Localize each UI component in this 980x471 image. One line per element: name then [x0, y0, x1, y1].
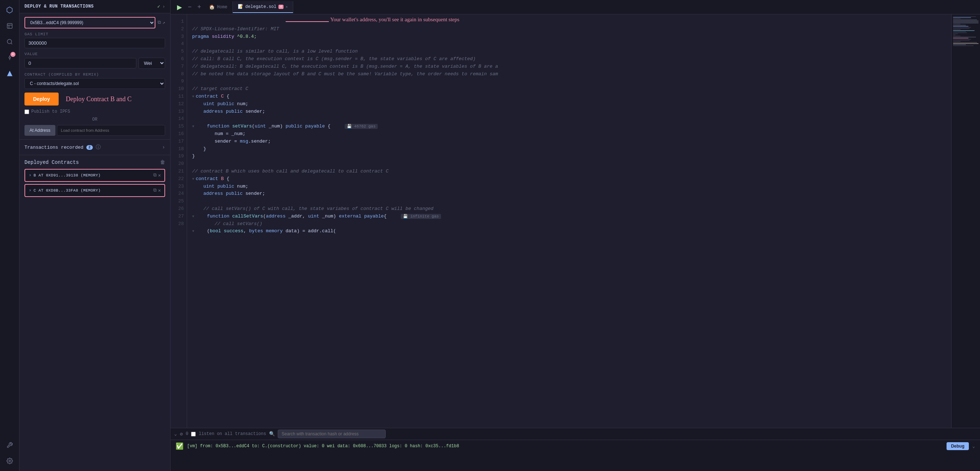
contract-item-c: › C AT 0XD8B...33FA8 (MEMORY) ⧉ ✕ [24, 184, 165, 197]
icon-bar: ⬡ 4 [0, 0, 19, 471]
deploy-row: Deploy Deploy Contract B and C [24, 93, 165, 105]
deployed-contracts-section: Deployed Contracts 🗑 › B AT 0XD91...3913… [19, 155, 170, 203]
zoom-in-button[interactable]: + [195, 2, 204, 12]
console: ⌄ ⊘ 0 listen on all transactions 🔍 ✅ [vm… [170, 428, 980, 471]
remix-logo-icon[interactable]: ⬡ [3, 3, 17, 17]
home-icon: 🏠 [209, 4, 215, 10]
transactions-section: Transactions recorded 2 ⓘ › [19, 139, 170, 155]
listen-label: listen on all transactions [199, 431, 266, 436]
zoom-out-button[interactable]: − [185, 2, 195, 12]
line-numbers: 12345 678910 1112131415 1617181920 21222… [170, 14, 187, 428]
at-address-input[interactable] [57, 125, 165, 136]
listen-checkbox[interactable] [191, 432, 196, 436]
svg-point-9 [9, 460, 10, 462]
at-address-button[interactable]: At Address [24, 125, 56, 136]
transactions-chevron[interactable]: › [162, 144, 165, 150]
console-expand-icon[interactable]: ⌄ [972, 444, 975, 449]
or-divider: OR [24, 117, 165, 122]
transactions-header[interactable]: Transactions recorded 2 ⓘ › [24, 144, 165, 150]
left-panel: DEPLOY & RUN TRANSACTIONS ✓ › 0x5B3...ed… [19, 0, 170, 471]
checkmark-icon: ✓ [157, 3, 160, 10]
publish-ipfs-row: Publish to IPFS [24, 109, 165, 114]
close-contract-c-icon[interactable]: ✕ [158, 188, 161, 193]
account-row: 0x5B3...eddC4 (99.999999) ⧉ ↗ [24, 17, 165, 29]
console-log-entry: ✅ [vm] from: 0x5B3...eddC4 to: C.(constr… [170, 440, 980, 452]
minimap-content [951, 14, 980, 48]
settings-icon[interactable] [3, 454, 17, 468]
contract-label: CONTRACT (Compiled by Remix) [24, 72, 165, 77]
close-contract-b-icon[interactable]: ✕ [158, 172, 161, 178]
external-link-icon[interactable]: ↗ [162, 20, 165, 26]
console-count: 0 [186, 431, 188, 436]
value-input[interactable] [24, 58, 136, 69]
run-button[interactable]: ▶ [174, 2, 185, 13]
file-explorer-icon[interactable] [3, 19, 17, 33]
svg-line-4 [11, 43, 12, 44]
contract-b-name: B AT 0XD91...39138 (MEMORY) [33, 173, 151, 177]
tab-home[interactable]: 🏠 Home [204, 2, 233, 13]
contract-b-chevron[interactable]: › [29, 173, 31, 178]
svg-marker-8 [7, 71, 12, 76]
expand-icon[interactable]: › [162, 4, 165, 10]
panel-title: DEPLOY & RUN TRANSACTIONS [24, 4, 94, 9]
publish-ipfs-label: Publish to IPFS [31, 109, 70, 114]
editor-toolbar: ▶ − + 🏠 Home 📝 delegate.sol 4 ✕ [170, 0, 980, 14]
search-icon[interactable] [3, 35, 17, 49]
tab-home-label: Home [217, 5, 228, 10]
gas-limit-input[interactable] [24, 38, 165, 48]
deploy-annotation: Deploy Contract B and C [66, 96, 132, 103]
svg-point-3 [7, 39, 11, 43]
console-collapse-icon[interactable]: ⌄ [174, 431, 177, 437]
at-address-row: At Address [24, 125, 165, 136]
transactions-header-left: Transactions recorded 2 ⓘ [24, 144, 101, 150]
console-search-input[interactable] [278, 429, 386, 438]
copy-contract-c-icon[interactable]: ⧉ [153, 188, 156, 193]
search-console-icon: 🔍 [269, 431, 275, 437]
tab-bar: 🏠 Home 📝 delegate.sol 4 ✕ [204, 1, 293, 13]
account-select[interactable]: 0x5B3...eddC4 (99.999999) [24, 17, 156, 29]
contract-c-chevron[interactable]: › [29, 188, 31, 193]
unit-select[interactable]: Wei Gwei Ether [138, 57, 165, 69]
transactions-count-badge: 2 [86, 145, 93, 150]
deploy-button[interactable]: Deploy [24, 93, 59, 105]
code-content[interactable]: // SPDX-License-Identifier: MIT pragma s… [187, 14, 951, 428]
tab-delegate-sol[interactable]: 📝 delegate.sol 4 ✕ [233, 1, 293, 13]
code-editor: 12345 678910 1112131415 1617181920 21222… [170, 14, 951, 428]
panel-header: DEPLOY & RUN TRANSACTIONS ✓ › [19, 0, 170, 13]
account-icons: ⧉ ↗ [158, 20, 165, 26]
transactions-title: Transactions recorded [24, 145, 83, 150]
tab-file-icon: 📝 [238, 4, 243, 10]
console-toolbar: ⌄ ⊘ 0 listen on all transactions 🔍 [170, 428, 980, 440]
clear-contracts-icon[interactable]: 🗑 [160, 160, 165, 165]
git-icon[interactable]: 4 [3, 50, 17, 65]
panel-header-icons: ✓ › [157, 3, 165, 10]
copy-account-icon[interactable]: ⧉ [158, 20, 161, 26]
svg-point-5 [9, 57, 10, 59]
contract-select[interactable]: C - contracts/delegate.sol [24, 78, 165, 89]
tab-number: 4 [278, 5, 283, 9]
copy-contract-b-icon[interactable]: ⧉ [153, 172, 156, 178]
deployed-contracts-header: Deployed Contracts 🗑 [24, 160, 165, 165]
debug-button[interactable]: Debug [947, 442, 969, 450]
plugin-icon[interactable] [3, 438, 17, 452]
transactions-info-icon[interactable]: ⓘ [96, 144, 101, 150]
console-status-icon: ✅ [175, 442, 183, 450]
minimap [951, 14, 980, 428]
contract-c-icons: ⧉ ✕ [153, 188, 161, 193]
contract-b-icons: ⧉ ✕ [153, 172, 161, 178]
value-row: Wei Gwei Ether [24, 57, 165, 69]
gas-limit-label: GAS LIMIT [24, 32, 165, 37]
contract-item-b: › B AT 0XD91...39138 (MEMORY) ⧉ ✕ [24, 169, 165, 182]
publish-ipfs-checkbox[interactable] [24, 109, 29, 114]
main-area: ▶ − + 🏠 Home 📝 delegate.sol 4 ✕ Your wal… [170, 0, 980, 471]
deployed-contracts-title: Deployed Contracts [24, 160, 79, 165]
svg-rect-0 [7, 23, 12, 29]
account-section: 0x5B3...eddC4 (99.999999) ⧉ ↗ GAS LIMIT … [19, 13, 170, 139]
contract-c-name: C AT 0XD8B...33FA8 (MEMORY) [33, 188, 151, 193]
git-badge: 4 [10, 52, 16, 57]
console-log-text: [vm] from: 0x5B3...eddC4 to: C.(construc… [187, 444, 943, 449]
deploy-icon[interactable] [3, 66, 17, 81]
value-label: VALUE [24, 52, 165, 56]
console-clear-icon[interactable]: ⊘ [180, 431, 183, 437]
tab-close-icon[interactable]: ✕ [286, 5, 288, 9]
